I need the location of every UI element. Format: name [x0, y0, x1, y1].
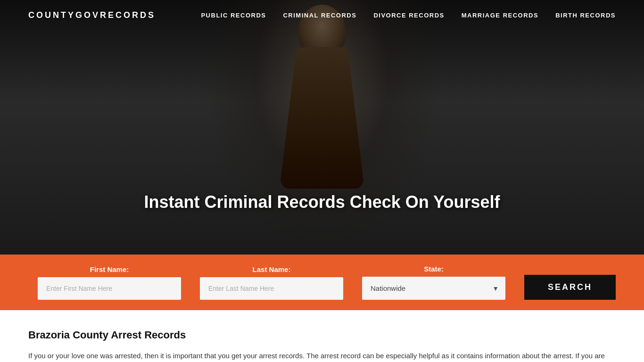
first-name-field: First Name:: [28, 265, 190, 300]
site-logo[interactable]: COUNTYGOVRECORDS: [28, 10, 156, 20]
last-name-input[interactable]: [200, 277, 343, 300]
state-label: State:: [362, 265, 505, 273]
first-name-label: First Name:: [38, 265, 181, 273]
content-section: Brazoria County Arrest Records If you or…: [0, 310, 644, 362]
content-paragraph: If you or your love one was arrested, th…: [28, 350, 616, 362]
state-field: State: NationwideAlabamaAlaskaArizonaArk…: [353, 265, 515, 300]
hero-section: Instant Criminal Records Check On Yourse…: [0, 0, 644, 255]
nav-divorce-records[interactable]: DIVORCE RECORDS: [373, 12, 444, 19]
content-heading: Brazoria County Arrest Records: [28, 329, 616, 341]
last-name-label: Last Name:: [200, 265, 343, 273]
state-select[interactable]: NationwideAlabamaAlaskaArizonaArkansasCa…: [362, 277, 505, 300]
nav-criminal-records[interactable]: CRIMINAL RECORDS: [283, 12, 356, 19]
hero-heading: Instant Criminal Records Check On Yourse…: [144, 192, 500, 212]
hero-title-container: Instant Criminal Records Check On Yourse…: [144, 192, 500, 212]
search-button-wrapper: SEARCH: [515, 275, 616, 300]
nav-birth-records[interactable]: BIRTH RECORDS: [555, 12, 616, 19]
nav-public-records[interactable]: PUBLIC RECORDS: [201, 12, 266, 19]
last-name-field: Last Name:: [190, 265, 353, 300]
main-nav: PUBLIC RECORDS CRIMINAL RECORDS DIVORCE …: [201, 12, 616, 19]
search-bar: First Name: Last Name: State: Nationwide…: [0, 255, 644, 310]
hero-person-image: [204, 0, 440, 255]
first-name-input[interactable]: [38, 277, 181, 300]
search-button[interactable]: SEARCH: [524, 275, 616, 300]
site-header: COUNTYGOVRECORDS PUBLIC RECORDS CRIMINAL…: [0, 0, 644, 31]
state-select-wrapper: NationwideAlabamaAlaskaArizonaArkansasCa…: [362, 277, 505, 300]
nav-marriage-records[interactable]: MARRIAGE RECORDS: [462, 12, 538, 19]
